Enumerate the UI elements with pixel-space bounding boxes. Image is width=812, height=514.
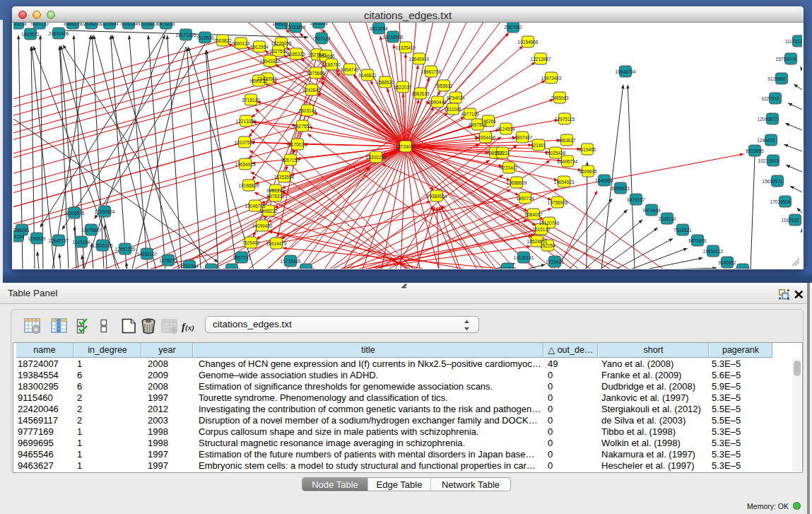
svg-text:14136141: 14136141 xyxy=(514,255,534,260)
svg-text:9600133: 9600133 xyxy=(30,23,49,26)
svg-text:15692971: 15692971 xyxy=(763,179,783,184)
svg-text:2954666: 2954666 xyxy=(317,54,335,59)
svg-text:10688609: 10688609 xyxy=(507,180,527,185)
svg-text:9129966: 9129966 xyxy=(767,76,786,81)
svg-text:10025438: 10025438 xyxy=(546,151,566,156)
svg-text:1615132: 1615132 xyxy=(532,227,551,232)
svg-text:7955812: 7955812 xyxy=(435,83,453,88)
svg-text:11325419: 11325419 xyxy=(396,45,416,50)
svg-text:10654112: 10654112 xyxy=(703,249,724,254)
svg-text:2718120: 2718120 xyxy=(242,98,260,103)
svg-text:7857224: 7857224 xyxy=(312,36,331,41)
svg-text:19654923: 19654923 xyxy=(554,180,575,185)
svg-text:f(x): f(x) xyxy=(182,321,194,332)
svg-text:16671355: 16671355 xyxy=(176,33,196,37)
svg-text:1588520: 1588520 xyxy=(376,80,394,85)
svg-text:16033809: 16033809 xyxy=(286,25,306,30)
svg-text:9242845: 9242845 xyxy=(302,88,321,93)
svg-text:0433218: 0433218 xyxy=(13,23,27,26)
svg-text:12213339: 12213339 xyxy=(236,119,257,124)
svg-text:10107552: 10107552 xyxy=(235,140,255,145)
svg-text:2223341: 2223341 xyxy=(223,267,241,269)
svg-text:9890212: 9890212 xyxy=(249,78,268,83)
svg-text:8131522: 8131522 xyxy=(498,267,517,269)
svg-text:621601: 621601 xyxy=(531,143,546,148)
svg-text:8912954: 8912954 xyxy=(250,45,269,49)
svg-text:1615594: 1615594 xyxy=(100,23,119,26)
svg-text:14099489: 14099489 xyxy=(252,223,273,228)
svg-text:10120746: 10120746 xyxy=(539,221,560,226)
svg-text:8386379: 8386379 xyxy=(64,23,82,26)
svg-text:1244415: 1244415 xyxy=(757,138,775,143)
svg-text:1065528: 1065528 xyxy=(310,23,328,25)
svg-text:16648784: 16648784 xyxy=(616,69,636,74)
svg-text:19756928: 19756928 xyxy=(548,200,568,205)
svg-text:10975867: 10975867 xyxy=(81,228,102,233)
svg-text:8186325: 8186325 xyxy=(287,52,305,57)
svg-text:7632621: 7632621 xyxy=(673,228,692,233)
svg-text:19166829: 19166829 xyxy=(239,183,259,188)
svg-text:20206576: 20206576 xyxy=(64,211,85,216)
svg-text:9084067: 9084067 xyxy=(524,212,543,217)
svg-text:1890724: 1890724 xyxy=(516,196,534,201)
svg-text:9699695: 9699695 xyxy=(579,169,597,174)
svg-text:19654925: 19654925 xyxy=(235,162,256,167)
svg-text:835061: 835061 xyxy=(14,228,30,233)
svg-text:7453228: 7453228 xyxy=(734,267,752,269)
svg-text:2186760: 2186760 xyxy=(322,62,341,67)
svg-text:4977109: 4977109 xyxy=(461,112,479,117)
svg-text:15751074: 15751074 xyxy=(776,57,796,62)
svg-text:1678275: 1678275 xyxy=(159,258,177,263)
svg-text:9081229: 9081229 xyxy=(266,188,285,193)
svg-text:1362615: 1362615 xyxy=(411,91,430,96)
svg-text:9463627: 9463627 xyxy=(558,138,576,143)
svg-text:17957255: 17957255 xyxy=(115,247,136,252)
svg-text:1640954: 1640954 xyxy=(595,178,613,183)
svg-text:9124554: 9124554 xyxy=(497,127,515,132)
svg-text:10807487: 10807487 xyxy=(512,135,533,140)
svg-text:02654235: 02654235 xyxy=(81,23,102,26)
svg-text:93103413: 93103413 xyxy=(138,23,158,26)
svg-text:1167533: 1167533 xyxy=(782,218,799,223)
svg-text:746266: 746266 xyxy=(481,119,496,124)
svg-text:18300295: 18300295 xyxy=(366,155,387,160)
svg-text:16961758: 16961758 xyxy=(421,69,442,74)
svg-text:2335114: 2335114 xyxy=(659,216,676,221)
svg-text:722231: 722231 xyxy=(495,151,510,156)
svg-text:7485063: 7485063 xyxy=(551,95,569,100)
svg-text:6794024: 6794024 xyxy=(447,95,465,100)
svg-text:10154808: 10154808 xyxy=(518,40,539,45)
svg-text:20364436: 20364436 xyxy=(476,135,496,140)
svg-text:10958107: 10958107 xyxy=(137,252,158,257)
svg-text:8170031: 8170031 xyxy=(288,142,307,147)
svg-text:9660124: 9660124 xyxy=(232,41,250,46)
svg-text:3875685: 3875685 xyxy=(307,71,325,76)
svg-text:11353594: 11353594 xyxy=(274,175,295,180)
svg-text:19384554: 19384554 xyxy=(427,194,447,199)
svg-text:9227342: 9227342 xyxy=(761,96,779,101)
svg-text:1733426: 1733426 xyxy=(546,259,564,264)
svg-text:16495794: 16495794 xyxy=(558,159,578,164)
svg-text:17359924: 17359924 xyxy=(95,209,115,214)
svg-text:9146821: 9146821 xyxy=(358,73,377,78)
svg-text:12213987: 12213987 xyxy=(531,57,551,62)
svg-text:9115460: 9115460 xyxy=(579,147,596,152)
svg-text:7816184: 7816184 xyxy=(119,23,138,26)
svg-text:16543382: 16543382 xyxy=(260,59,281,64)
svg-text:17016504: 17016504 xyxy=(770,199,791,204)
svg-text:9245073: 9245073 xyxy=(297,267,315,269)
svg-text:8878332: 8878332 xyxy=(266,194,285,199)
svg-text:12942737: 12942737 xyxy=(49,238,69,243)
svg-text:1117313: 1117313 xyxy=(785,39,802,44)
svg-text:39154: 39154 xyxy=(13,234,24,239)
svg-text:1292344: 1292344 xyxy=(180,264,199,269)
svg-text:9474444: 9474444 xyxy=(642,208,661,213)
svg-text:8454749: 8454749 xyxy=(341,67,359,72)
svg-text:8267150: 8267150 xyxy=(281,158,300,163)
svg-text:6475255: 6475255 xyxy=(157,23,175,26)
svg-text:1156829: 1156829 xyxy=(28,236,46,241)
svg-text:10973493: 10973493 xyxy=(541,76,562,81)
svg-text:9327500: 9327500 xyxy=(269,49,288,54)
svg-text:2803144: 2803144 xyxy=(298,108,317,113)
svg-text:1145194: 1145194 xyxy=(73,240,90,245)
